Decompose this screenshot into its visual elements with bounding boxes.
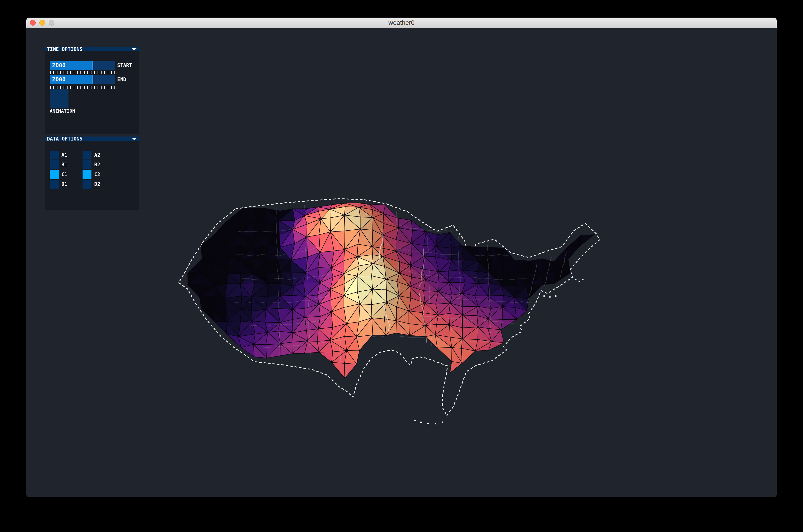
end-year-value: 2000 <box>52 75 66 84</box>
checkbox-b2[interactable] <box>82 160 92 169</box>
tick-mark <box>108 86 108 89</box>
collapse-arrow-icon[interactable] <box>132 138 136 140</box>
tick-mark <box>70 71 71 74</box>
tick-mark <box>101 86 101 89</box>
tick-mark <box>70 86 71 89</box>
start-year-slider[interactable]: 2000 <box>50 61 115 70</box>
tick-mark <box>84 71 85 74</box>
checkbox-d1[interactable] <box>50 180 59 189</box>
tick-mark <box>63 71 64 74</box>
checkbox-b1[interactable] <box>50 160 59 169</box>
tick-mark <box>104 86 105 89</box>
checkbox-label-d2: D2 <box>94 180 100 189</box>
tick-mark <box>53 86 54 89</box>
app-window: weather0 TIME OPTIONS 2000 START <box>26 18 777 497</box>
start-year-value: 2000 <box>52 61 66 70</box>
collapse-arrow-icon[interactable] <box>132 48 136 51</box>
start-slider-label: START <box>117 61 132 70</box>
end-year-slider[interactable]: 2000 <box>50 75 115 84</box>
checkbox-label-c2: C2 <box>94 170 100 179</box>
end-slider-ticks <box>50 86 115 89</box>
tick-mark <box>98 86 98 89</box>
close-button[interactable] <box>30 20 36 25</box>
tick-mark <box>87 71 88 74</box>
end-slider-label: END <box>117 75 126 84</box>
tick-mark <box>91 86 92 89</box>
tick-mark <box>94 71 95 74</box>
tick-mark <box>77 86 78 89</box>
tick-mark <box>74 86 74 89</box>
checkbox-a2[interactable] <box>82 151 92 159</box>
tick-mark <box>80 86 81 89</box>
tick-mark <box>111 86 112 89</box>
data-options-header[interactable]: DATA OPTIONS <box>45 136 139 141</box>
animation-button-label: ANIMATION <box>50 108 75 114</box>
map-canvas[interactable] <box>26 28 777 497</box>
time-options-title: TIME OPTIONS <box>47 47 82 52</box>
time-options-header[interactable]: TIME OPTIONS <box>45 47 139 51</box>
tick-mark <box>84 86 85 89</box>
checkbox-label-a1: A1 <box>61 151 67 159</box>
checkbox-label-b1: B1 <box>61 160 67 169</box>
tick-mark <box>101 71 101 74</box>
window-title: weather0 <box>26 18 777 28</box>
animation-button[interactable] <box>50 89 69 108</box>
checkbox-c2[interactable] <box>82 170 92 179</box>
tick-mark <box>114 86 115 89</box>
checkbox-label-d1: D1 <box>61 180 67 189</box>
desktop: weather0 TIME OPTIONS 2000 START <box>0 0 803 532</box>
tick-mark <box>94 86 95 89</box>
tick-mark <box>114 71 115 74</box>
checkbox-label-c1: C1 <box>61 170 67 179</box>
tick-mark <box>108 71 108 74</box>
checkbox-d2[interactable] <box>82 180 92 189</box>
tick-mark <box>111 71 112 74</box>
main-content: TIME OPTIONS 2000 START 2000 END <box>26 28 777 497</box>
tick-mark <box>53 71 54 74</box>
tick-mark <box>60 71 61 74</box>
tick-mark <box>50 86 51 89</box>
checkbox-label-a2: A2 <box>94 151 100 159</box>
titlebar[interactable]: weather0 <box>26 18 777 28</box>
tick-mark <box>77 71 78 74</box>
start-slider-ticks <box>50 71 115 74</box>
checkbox-c1[interactable] <box>50 170 59 179</box>
time-options-panel: TIME OPTIONS 2000 START 2000 END <box>45 47 139 134</box>
data-options-panel: DATA OPTIONS A1B1C1D1A2B2C2D2 <box>45 136 139 210</box>
tick-mark <box>57 71 57 74</box>
tick-mark <box>67 86 68 89</box>
tick-mark <box>57 86 57 89</box>
checkbox-a1[interactable] <box>50 151 59 159</box>
tick-mark <box>104 71 105 74</box>
data-options-title: DATA OPTIONS <box>47 136 82 141</box>
tick-mark <box>67 71 68 74</box>
tick-mark <box>87 86 88 89</box>
tick-mark <box>91 71 92 74</box>
tick-mark <box>80 71 81 74</box>
tick-mark <box>60 86 61 89</box>
tick-mark <box>74 71 74 74</box>
tick-mark <box>63 86 64 89</box>
checkbox-label-b2: B2 <box>94 160 100 169</box>
minimize-button[interactable] <box>39 20 45 25</box>
end-slider-handle[interactable] <box>92 75 93 84</box>
tick-mark <box>98 71 98 74</box>
tick-mark <box>50 71 51 74</box>
start-slider-handle[interactable] <box>92 61 93 70</box>
zoom-button[interactable] <box>49 20 54 25</box>
